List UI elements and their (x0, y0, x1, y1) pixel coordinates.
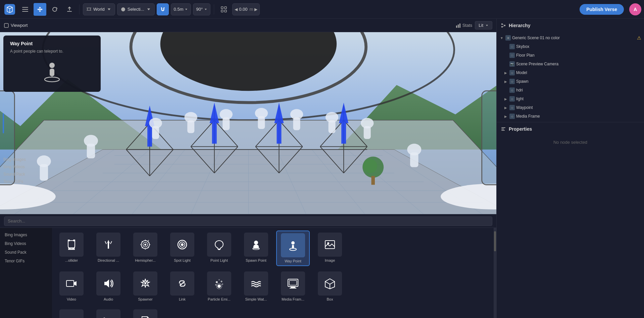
hemisphere-icon (133, 233, 157, 257)
coord-increment[interactable]: ▶ (254, 7, 257, 12)
left-menu-sound-pack[interactable]: Sound Pack (1, 171, 28, 177)
hierarchy-icon (501, 23, 506, 28)
expand-model[interactable]: ▶ (503, 70, 508, 75)
svg-rect-153 (501, 130, 505, 131)
asset-grid-area: ...ollider Directio (52, 228, 494, 318)
asset-image[interactable]: Image (313, 231, 347, 266)
asset-hemisphere[interactable]: Hemispher... (129, 231, 162, 266)
move-button[interactable] (34, 3, 46, 16)
tree-item-spawn[interactable]: ▶ ◇ Spawn (497, 77, 644, 86)
asset-simple-water[interactable]: Simple Wat... (239, 269, 273, 304)
snap-value-input[interactable]: 0.5m (171, 3, 191, 15)
coord-input[interactable]: ◀ 0.00 m ▶ (232, 3, 260, 15)
asset-media-frame[interactable]: Media Fram... (276, 269, 310, 304)
tree-item-light[interactable]: ▶ ◇ light (497, 94, 644, 103)
expand-light[interactable]: ▶ (503, 97, 508, 101)
asset-search-input[interactable] (4, 216, 492, 226)
svg-rect-140 (290, 288, 296, 289)
asset-link[interactable]: Link (165, 269, 199, 304)
right-panel: Hierarchy ▼ ⊞ Generic Scene 01 no color … (496, 19, 644, 318)
refresh-button[interactable] (48, 3, 61, 16)
asset-audio[interactable]: Audio (92, 269, 125, 304)
asset-scrollbar[interactable] (494, 228, 496, 318)
expand-waypoint[interactable]: ▶ (503, 105, 508, 110)
waypoint-node-icon: ◇ (509, 105, 515, 110)
coord-decrement[interactable]: ◀ (235, 7, 238, 12)
send-icon (96, 309, 120, 318)
left-menu-bing-images[interactable]: Bing Images (1, 156, 28, 163)
particle-emitter-label: Particle Emi... (208, 297, 231, 302)
asset-box[interactable]: Box (313, 269, 347, 304)
tree-item-waypoint[interactable]: ▶ ◇ Waypoint (497, 103, 644, 112)
svg-point-133 (221, 281, 222, 282)
angle-value-input[interactable]: 90° (193, 3, 210, 15)
svg-rect-126 (325, 241, 335, 249)
properties-header: Properties (497, 122, 644, 136)
blue-accent-bar (3, 113, 4, 133)
app-logo[interactable] (3, 2, 17, 16)
tree-label-model: Model (516, 70, 527, 75)
asset-nav-item[interactable]: Tenor GIFs (0, 257, 52, 265)
asset-grid: ...ollider Directio (55, 231, 491, 318)
left-menu-bing-videos[interactable]: Bing Videos (1, 164, 28, 170)
scene-area[interactable]: Way Point A point people can teleport to… (0, 32, 496, 214)
tree-item-skybox[interactable]: □ Skybox (497, 42, 644, 51)
asset-pointlight[interactable]: Point Light (202, 231, 236, 266)
link-label: Link (179, 297, 186, 302)
spawnpoint-icon (244, 233, 268, 257)
mediaframe-node-icon: ◇ (509, 114, 515, 119)
left-sidebar-menu: Bing Images Bing Videos Sound Pack Tenor… (0, 154, 29, 187)
expand-mediaframe[interactable]: ▶ (503, 114, 508, 119)
expand-spawn[interactable]: ▶ (503, 79, 508, 84)
svg-rect-2 (22, 9, 28, 10)
asset-nav-item[interactable]: Sound Pack (0, 248, 52, 257)
tree-item-floorplan[interactable]: □ Floor Plan (497, 51, 644, 60)
upload-button[interactable] (63, 3, 76, 16)
asset-particle-emitter[interactable]: Particle Emi... (202, 269, 236, 304)
user-avatar[interactable]: A (629, 3, 641, 15)
snap-magnet[interactable] (157, 3, 169, 15)
tree-item-hdri[interactable]: ◇ hdri (497, 86, 644, 94)
tree-item-camera[interactable]: 📷 Scene Preview Camera (497, 60, 644, 68)
tree-item-model[interactable]: ▶ ◇ Model (497, 68, 644, 77)
svg-point-135 (215, 284, 216, 285)
asset-pdf[interactable]: PDF (129, 307, 162, 318)
asset-plane[interactable]: Plane (55, 307, 88, 318)
asset-video[interactable]: Video (55, 269, 88, 304)
tree-label-light: light (516, 97, 524, 101)
asset-collider[interactable]: ...ollider (55, 231, 88, 266)
waypoint-figure-icon (40, 60, 64, 83)
media-frame-icon (281, 271, 305, 296)
asset-spotlight[interactable]: Spot Light (165, 231, 199, 266)
video-label: Video (67, 297, 76, 302)
asset-nav-item[interactable]: Bing Images (0, 231, 52, 239)
tree-label-root: Generic Scene 01 no color (512, 36, 560, 40)
asset-spawnpoint[interactable]: Spawn Point (239, 231, 273, 266)
svg-point-7 (123, 9, 123, 10)
publish-button[interactable]: Publish Verse (580, 4, 624, 15)
camera-node-icon: 📷 (509, 61, 515, 67)
tree-label-mediaframe: Media Frame (516, 114, 540, 119)
left-menu-tenor-gifs[interactable]: Tenor GIFs (1, 179, 28, 185)
ruler-dropdown[interactable]: World (83, 3, 115, 15)
lit-dropdown[interactable]: Lit (475, 21, 492, 29)
tree-label-spawn: Spawn (516, 79, 529, 84)
scrollbar-thumb[interactable] (494, 231, 496, 251)
asset-spawner[interactable]: Spawner (129, 269, 162, 304)
asset-directional[interactable]: Directional ... (92, 231, 125, 266)
asset-waypoint[interactable]: Way Point (276, 231, 310, 266)
tree-item-mediaframe[interactable]: ▶ ◇ Media Frame (497, 112, 644, 121)
stats-button[interactable]: Stats (456, 23, 473, 28)
tree-item-root[interactable]: ▼ ⊞ Generic Scene 01 no color ⚠ (497, 34, 644, 42)
grid-button[interactable] (217, 3, 230, 16)
asset-nav-item[interactable]: Bing Videos (0, 239, 52, 248)
menu-button[interactable] (19, 3, 32, 16)
properties-icon (501, 126, 506, 132)
target-dropdown[interactable]: Selecti... (117, 3, 155, 15)
directional-label: Directional ... (98, 258, 119, 263)
expand-root[interactable]: ▼ (499, 36, 504, 40)
svg-rect-3 (22, 11, 28, 12)
svg-point-100 (45, 77, 59, 82)
asset-send[interactable]: Send (92, 307, 125, 318)
directional-icon (96, 233, 120, 257)
